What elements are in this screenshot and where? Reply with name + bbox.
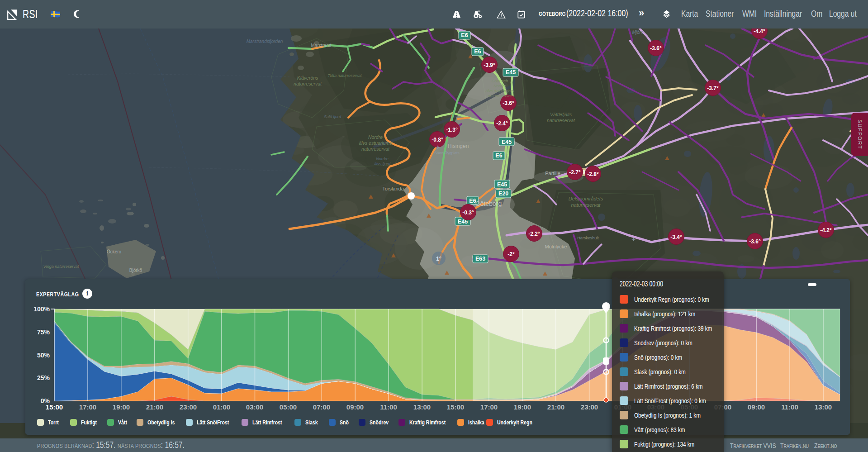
svg-text:älvs fjord: älvs fjord	[374, 162, 391, 166]
svg-text:Tofta naturreservat: Tofta naturreservat	[327, 73, 362, 78]
svg-text:-2.4°: -2.4°	[496, 120, 508, 127]
svg-text:-0.3°: -0.3°	[462, 209, 474, 216]
svg-text:Björkö: Björkö	[129, 268, 142, 273]
svg-text:Säve Flygplats: Säve Flygplats	[434, 151, 460, 155]
svg-text:-0.8°: -0.8°	[432, 137, 443, 143]
svg-text:E6: E6	[474, 48, 481, 55]
svg-text:✈: ✈	[436, 144, 440, 151]
svg-text:✈: ✈	[631, 237, 636, 242]
svg-text:Salö fjord: Salö fjord	[324, 114, 342, 119]
svg-text:älvs estuariums: älvs estuariums	[359, 140, 393, 146]
svg-text:Vinga naturreservat: Vinga naturreservat	[43, 264, 79, 269]
svg-text:Klåveröns: Klåveröns	[297, 75, 318, 81]
svg-text:E6: E6	[495, 152, 502, 159]
svg-text:Vättlefjälls: Vättlefjälls	[550, 112, 572, 117]
svg-text:naturreservat: naturreservat	[571, 202, 601, 208]
svg-text:-3.9°: -3.9°	[484, 62, 495, 68]
svg-text:älvs dalgångars: älvs dalgångars	[485, 89, 514, 93]
svg-text:naturreservat: naturreservat	[294, 81, 322, 86]
svg-text:Partille: Partille	[545, 171, 560, 176]
svg-text:E45: E45	[506, 69, 516, 76]
svg-text:Hisingen: Hisingen	[448, 143, 469, 149]
svg-text:Delsjöområdets: Delsjöområdets	[569, 196, 603, 201]
svg-text:E6: E6	[461, 32, 468, 38]
svg-text:Nordre: Nordre	[368, 134, 383, 140]
svg-text:-2.2°: -2.2°	[528, 231, 540, 237]
svg-text:-2.7°: -2.7°	[569, 169, 581, 176]
svg-text:-4.4°: -4.4°	[754, 28, 765, 34]
svg-text:E45: E45	[502, 139, 512, 145]
svg-text:-3.4°: -3.4°	[670, 234, 682, 240]
svg-text:E45: E45	[497, 181, 507, 188]
svg-text:-3.6°: -3.6°	[650, 45, 662, 52]
svg-text:Torslanda: Torslanda	[382, 186, 404, 191]
svg-text:Marstrand: Marstrand	[311, 43, 331, 48]
svg-text:Marstrandsfjorden: Marstrandsfjorden	[247, 39, 283, 44]
svg-text:naturreservat: naturreservat	[547, 118, 575, 123]
svg-text:Göteborg: Göteborg	[475, 200, 502, 207]
svg-text:E20: E20	[498, 190, 508, 197]
svg-text:-3.6°: -3.6°	[503, 100, 514, 106]
svg-text:E63: E63	[475, 256, 485, 262]
svg-text:Härskeshult: Härskeshult	[577, 236, 599, 240]
svg-text:Nordre: Nordre	[493, 84, 506, 88]
svg-text:Nordre: Nordre	[376, 157, 389, 161]
svg-text:Mjörn: Mjörn	[632, 30, 643, 35]
svg-text:naturreservat: naturreservat	[361, 146, 390, 152]
svg-text:-3.7°: -3.7°	[707, 85, 719, 91]
svg-text:Öckerö: Öckerö	[107, 249, 122, 254]
svg-text:-2°: -2°	[508, 251, 515, 257]
svg-text:-2.8°: -2.8°	[587, 171, 599, 177]
svg-text:-3.6°: -3.6°	[749, 238, 761, 245]
svg-text:-1.3°: -1.3°	[446, 127, 458, 133]
svg-text:-4.2°: -4.2°	[820, 227, 832, 233]
svg-text:1°: 1°	[436, 256, 441, 262]
svg-text:Göta och: Göta och	[492, 79, 508, 83]
svg-text:Mölnlycke: Mölnlycke	[545, 244, 567, 249]
svg-text:naturreservat: naturreservat	[488, 94, 512, 98]
